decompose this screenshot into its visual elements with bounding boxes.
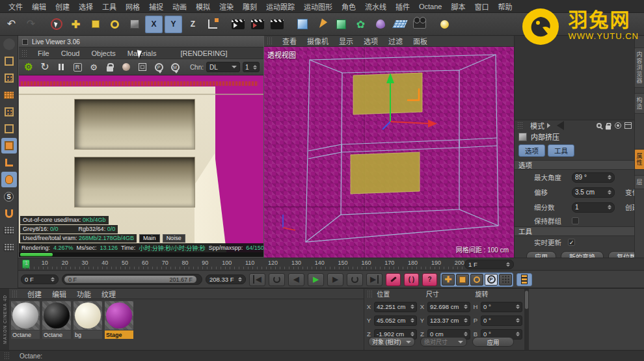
material-menu-item[interactable]: 纹理 — [96, 289, 121, 299]
panel-grip-icon[interactable] — [517, 122, 524, 129]
material-preview-button[interactable] — [120, 61, 132, 73]
loop-button[interactable] — [347, 273, 363, 286]
lock-icon[interactable] — [606, 125, 611, 129]
menu-item[interactable]: 编辑 — [27, 1, 51, 12]
magnet-snap-button[interactable] — [1, 206, 17, 221]
menu-item[interactable]: 创建 — [51, 1, 74, 12]
panel-grip-icon[interactable] — [367, 290, 373, 298]
material-menu-item[interactable]: 创建 — [22, 289, 47, 299]
material-thumbnail[interactable] — [42, 301, 71, 330]
max-angle-input[interactable]: 89 ° — [572, 172, 615, 183]
history-back-icon[interactable] — [557, 121, 564, 130]
tab-options[interactable]: 选项 — [518, 144, 545, 157]
reset-values-button[interactable]: 复位数值 — [608, 251, 634, 258]
offset-input[interactable]: 3.5 cm — [572, 187, 615, 198]
menu-item[interactable]: 帮助 — [493, 1, 517, 12]
key-pla-toggle[interactable] — [499, 274, 512, 286]
subdivision-input[interactable]: 1 — [572, 202, 615, 213]
menu-item[interactable]: 模拟 — [191, 1, 215, 12]
spinner-icon[interactable] — [608, 190, 611, 194]
region-render-button[interactable] — [137, 61, 148, 73]
menu-item[interactable]: 捕捉 — [144, 1, 168, 12]
key-parameter-toggle[interactable]: P — [485, 274, 498, 286]
search-icon[interactable] — [597, 123, 602, 128]
tool-section-header[interactable]: 工具 — [515, 226, 634, 236]
spinner-icon[interactable] — [608, 205, 611, 209]
pick-material-button[interactable]: M — [169, 61, 181, 73]
convert-mode-button[interactable] — [1, 36, 17, 52]
camera-button[interactable] — [410, 16, 428, 33]
lock-resolution-button[interactable] — [104, 61, 116, 73]
goto-start-button[interactable]: ◀ — [249, 273, 265, 286]
live-viewer-menu-item[interactable]: Cloud — [55, 49, 86, 57]
live-viewer-menu-item[interactable]: File — [32, 49, 55, 57]
rot-p-input[interactable]: 0 ° — [481, 315, 522, 326]
tab-tool[interactable]: 工具 — [548, 144, 574, 157]
preview-range-slider[interactable]: 0 F 201.67 F — [62, 274, 202, 285]
object-manager-panel[interactable] — [514, 36, 634, 120]
options-section-header[interactable]: 选项 — [515, 160, 634, 170]
tweak-mode-button[interactable] — [1, 172, 17, 187]
live-selection-button[interactable] — [47, 16, 65, 33]
apply-button[interactable]: 应用 — [526, 251, 556, 258]
live-viewer-menu-item[interactable]: Objects — [85, 49, 121, 57]
material-name[interactable]: bg — [74, 330, 102, 339]
mode-arrow-icon[interactable] — [547, 123, 550, 128]
menu-item[interactable]: 雕刻 — [238, 1, 262, 12]
menu-item[interactable]: 网格 — [121, 1, 144, 12]
menu-item[interactable]: 选择 — [74, 1, 98, 12]
material-name[interactable]: Octane — [42, 330, 71, 339]
viewport-menu-item[interactable]: 面板 — [408, 36, 433, 46]
render-preview-area[interactable]: Out-of-core used/max: 0Kb/4Gb Grey8/16: … — [19, 75, 263, 257]
axis-mode-button[interactable] — [1, 155, 17, 170]
menu-item[interactable]: 文件 — [4, 1, 27, 12]
model-mode-button[interactable] — [1, 53, 17, 69]
key-rotation-toggle[interactable] — [470, 274, 483, 286]
panel-grip-icon[interactable] — [4, 352, 10, 360]
material-thumbnail[interactable] — [74, 301, 102, 330]
render-settings-button[interactable] — [268, 16, 286, 33]
pos-y-input[interactable]: 45.052 cm — [374, 315, 417, 326]
reset-render-button[interactable]: R — [72, 61, 83, 73]
menu-item[interactable]: 角色 — [337, 1, 360, 12]
realtime-checkbox[interactable]: ✓ — [568, 239, 575, 246]
rot-h-input[interactable]: 0 ° — [481, 302, 522, 312]
material-item[interactable]: Octane — [10, 301, 40, 339]
tab-attributes[interactable]: 属性 — [634, 149, 644, 170]
panel-grip-icon[interactable] — [12, 290, 18, 298]
spline-pen-button[interactable] — [313, 16, 330, 33]
menu-item[interactable]: 脚本 — [446, 1, 470, 12]
subdivision-surface-button[interactable] — [332, 16, 350, 33]
deformer-button[interactable] — [371, 16, 389, 33]
viewport-menu-item[interactable]: 过滤 — [383, 36, 408, 46]
play-backwards-button[interactable] — [269, 273, 285, 286]
preserve-groups-checkbox[interactable] — [572, 217, 579, 224]
polygons-mode-button[interactable] — [1, 138, 17, 154]
size-mode-dropdown[interactable]: 绝对尺寸 — [420, 337, 467, 347]
frame-step-input[interactable]: 1 F — [464, 260, 514, 269]
edges-mode-button[interactable] — [1, 121, 17, 137]
y-axis-lock-button[interactable]: Y — [165, 16, 182, 33]
material-name[interactable]: Octane — [11, 330, 40, 339]
viewport-menu-item[interactable]: 选项 — [358, 36, 383, 46]
menu-item[interactable]: 运动图形 — [299, 1, 337, 12]
key-position-toggle[interactable]: ✚ — [442, 274, 455, 286]
viewport-menu-item[interactable]: 摄像机 — [302, 36, 334, 46]
light-button[interactable] — [436, 16, 453, 33]
noise-pass-button[interactable]: Noise — [163, 234, 185, 243]
spinner-icon[interactable] — [608, 175, 611, 180]
new-panel-icon[interactable] — [624, 122, 632, 129]
material-thumbnail[interactable] — [11, 301, 40, 330]
current-frame-input[interactable]: 0 F — [21, 274, 59, 284]
add-cube-button[interactable] — [293, 16, 311, 33]
target-icon[interactable] — [615, 122, 621, 129]
octane-logo-button[interactable]: ⚙ — [23, 61, 34, 73]
tab-content-browser[interactable]: 内容浏览器 — [634, 47, 644, 88]
coordinates-apply-button[interactable]: 应用 — [472, 337, 514, 347]
material-item[interactable]: bg — [73, 301, 103, 339]
viewport-canvas[interactable]: 透视视图 网格间距 : 100 cm — [264, 47, 514, 258]
menu-item[interactable]: 渲染 — [215, 1, 238, 12]
next-frame-button[interactable]: ▶ — [327, 273, 343, 286]
material-item[interactable]: Octane — [42, 301, 72, 339]
material-name[interactable]: Stage — [105, 330, 133, 339]
